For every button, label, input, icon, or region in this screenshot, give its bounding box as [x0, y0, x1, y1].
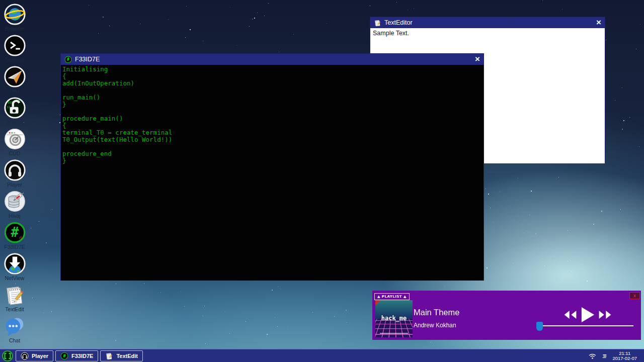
taskbar-button-f33id7e[interactable]: F33ID7E	[55, 350, 98, 361]
star	[542, 1, 543, 1]
desktop-icon-bforce[interactable]: BForce	[0, 97, 31, 128]
texteditor-window-titlebar[interactable]: TextEditor ×	[370, 17, 605, 28]
desktop-icon-list: Browser Terminal Mail BForce CUD Player …	[0, 3, 31, 346]
hash-icon	[4, 221, 26, 244]
star	[264, 16, 265, 16]
terminal-window-titlebar[interactable]: F33ID7E ×	[61, 54, 484, 65]
star	[568, 230, 568, 231]
star	[548, 281, 549, 282]
star	[587, 281, 588, 282]
progress-bar[interactable]	[539, 325, 633, 326]
star	[116, 284, 116, 284]
desktop-icon-label: CUD	[9, 150, 21, 156]
desktop-icon-label: TextEdit	[5, 306, 24, 312]
star	[334, 316, 335, 317]
clock-date: 2017-02-07	[612, 356, 637, 361]
star	[225, 312, 225, 312]
terminal-window-close-button[interactable]: ×	[475, 55, 480, 64]
star	[43, 313, 44, 313]
star	[347, 322, 347, 323]
desktop-icon-hivaj[interactable]: Hivaj	[0, 190, 31, 221]
track-info: Main Theme Andrew Kokhan	[414, 308, 459, 329]
star	[236, 45, 237, 46]
star	[524, 233, 524, 233]
star	[546, 345, 546, 345]
playlist-button[interactable]: ▲ PLAYLIST ▲	[374, 293, 410, 300]
taskbar-button-label: TextEdit	[116, 353, 138, 359]
star	[230, 7, 230, 8]
star	[529, 215, 530, 215]
notepad-icon	[105, 352, 113, 360]
desktop-icon-f33id7e[interactable]: F33ID7E	[0, 221, 31, 252]
star	[103, 17, 104, 18]
star	[203, 41, 203, 41]
desktop-icon-netview[interactable]: NetView	[0, 252, 31, 284]
star	[186, 6, 187, 7]
star	[620, 209, 621, 210]
star	[277, 326, 278, 327]
desktop-icon-terminal[interactable]: Terminal	[0, 34, 31, 65]
star	[346, 310, 347, 311]
desktop-icon-label: Hivaj	[9, 213, 20, 219]
star	[593, 224, 594, 225]
star	[531, 191, 532, 192]
star	[160, 292, 161, 293]
star	[486, 189, 486, 189]
desktop-icon-label: Player	[7, 182, 22, 188]
star	[396, 2, 397, 3]
star	[639, 146, 639, 147]
star	[500, 192, 500, 192]
track-artist: Andrew Kokhan	[414, 322, 459, 329]
star	[293, 34, 294, 35]
system-tray: 21:11 2017-02-07	[588, 349, 637, 362]
star	[414, 9, 414, 9]
star	[52, 209, 52, 210]
desktop-icon-label: Mail	[10, 88, 19, 94]
album-art-caption-line	[380, 333, 408, 334]
star	[640, 24, 640, 25]
notepad-icon	[374, 19, 381, 27]
texteditor-window-title: TextEditor	[384, 19, 413, 26]
taskbar: Player F33ID7E TextEdit 21:11 2017-02-07	[0, 349, 644, 362]
terminal-window-body[interactable]: Initialising { add(InOutOperation) run_m…	[61, 65, 484, 281]
star	[487, 267, 488, 268]
star	[490, 208, 491, 208]
hash-icon	[60, 352, 68, 360]
album-art: hack_me	[375, 300, 413, 337]
play-button[interactable]	[581, 307, 595, 323]
star	[272, 290, 273, 291]
star	[229, 333, 230, 334]
player-close-button[interactable]: x	[629, 292, 640, 299]
wifi-icon[interactable]	[588, 352, 597, 360]
rewind-button[interactable]	[562, 310, 577, 320]
taskbar-button-label: Player	[32, 353, 48, 359]
desktop-icon-chat[interactable]: Chat	[0, 315, 31, 346]
start-button[interactable]	[2, 350, 14, 362]
star	[184, 306, 185, 307]
fast-forward-button[interactable]	[598, 310, 613, 320]
taskbar-button-textedit[interactable]: TextEdit	[100, 350, 143, 361]
padlock-icon	[4, 97, 26, 119]
paper-plane-icon	[4, 65, 26, 88]
star	[249, 26, 250, 27]
list-icon[interactable]	[601, 352, 608, 360]
star	[98, 33, 99, 34]
star	[622, 129, 623, 130]
texteditor-window-close-button[interactable]: ×	[596, 18, 601, 27]
star	[571, 271, 572, 272]
star	[185, 37, 186, 38]
star	[203, 316, 203, 316]
download-globe-icon	[4, 252, 26, 275]
star	[636, 49, 636, 49]
desktop-icon-mail[interactable]: Mail	[0, 65, 31, 97]
desktop-icon-cud[interactable]: CUD	[0, 128, 31, 159]
star	[513, 263, 513, 263]
globe-icon	[4, 3, 26, 26]
star	[89, 5, 89, 6]
desktop-icon-player[interactable]: Player	[0, 159, 31, 190]
star	[254, 18, 255, 19]
desktop-icon-browser[interactable]: Browser	[0, 3, 31, 34]
taskbar-button-player[interactable]: Player	[16, 350, 53, 361]
desktop-icon-textedit[interactable]: TextEdit	[0, 284, 31, 315]
progress-handle[interactable]	[536, 322, 543, 331]
